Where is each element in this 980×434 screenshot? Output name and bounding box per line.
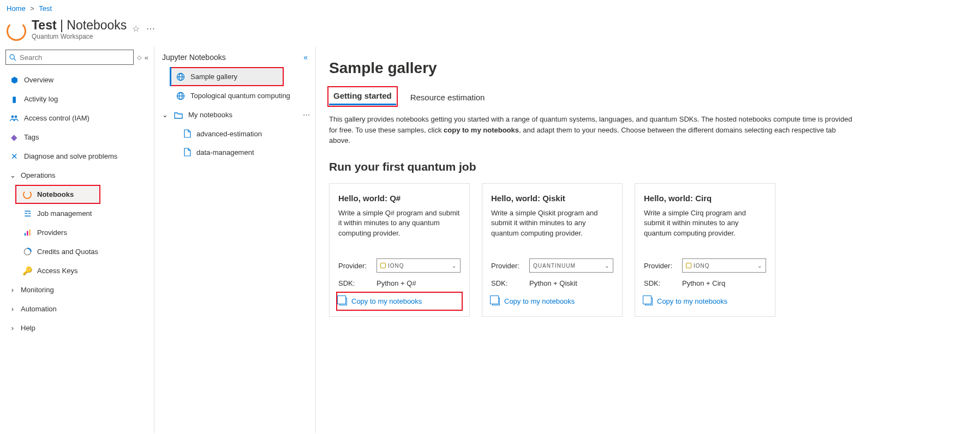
nav-monitoring-group[interactable]: › Monitoring (0, 280, 154, 299)
tree-sample-gallery[interactable]: Sample gallery (170, 67, 284, 86)
card-title: Hello, world: Q# (338, 194, 461, 203)
nav-diagnose[interactable]: ✕ Diagnose and solve problems (0, 147, 154, 166)
overview-icon: ⬢ (10, 76, 19, 85)
provider-label: Provider: (491, 262, 529, 270)
copy-icon (339, 298, 347, 305)
nav-operations-group[interactable]: ⌄ Operations (0, 166, 154, 185)
tab-resource-estimation[interactable]: Resource estimation (409, 89, 486, 105)
collapse-nav-icon[interactable]: « (145, 53, 148, 62)
section-title: Run your first quantum job (329, 160, 967, 173)
copy-to-notebooks-button[interactable]: Copy to my notebooks (644, 294, 766, 309)
search-icon (9, 54, 16, 61)
page-title: Test | Notebooks (32, 18, 127, 33)
nav-overview[interactable]: ⬢ Overview (0, 70, 154, 89)
nav-notebooks[interactable]: Notebooks (15, 185, 100, 204)
nav-access-control[interactable]: Access control (IAM) (0, 108, 154, 128)
tab-getting-started[interactable]: Getting started (329, 88, 396, 105)
breadcrumb-separator: > (30, 4, 34, 13)
tree-my-notebooks[interactable]: ⌄ My notebooks ⋯ (154, 105, 315, 124)
search-input-container[interactable] (5, 50, 134, 65)
nav-access-keys[interactable]: 🔑 Access Keys (0, 261, 154, 280)
sdk-value: Python + Q# (377, 279, 416, 287)
diagnose-icon: ✕ (10, 152, 19, 161)
more-icon[interactable]: ⋯ (146, 23, 155, 34)
tree-file-advanced-estimation[interactable]: advanced-estimation (154, 124, 315, 143)
copy-icon (492, 298, 500, 305)
chevron-down-icon: ⌄ (757, 263, 762, 269)
sdk-value: Python + Cirq (682, 279, 725, 287)
chevron-down-icon: ⌄ (162, 111, 169, 119)
collapse-tree-icon[interactable]: « (303, 53, 308, 62)
nav-activity-log[interactable]: ▮ Activity log (0, 89, 154, 108)
providers-icon (23, 228, 32, 237)
favorite-icon[interactable]: ☆ (132, 23, 140, 34)
chevron-right-icon: › (10, 305, 15, 313)
svg-rect-4 (24, 233, 25, 236)
activity-log-icon: ▮ (10, 95, 19, 104)
svg-point-2 (11, 115, 14, 118)
card-hello-cirq: Hello, world: Cirq Write a simple Cirq p… (635, 183, 775, 317)
nav-automation-group[interactable]: › Automation (0, 299, 154, 318)
credits-icon (23, 248, 32, 256)
copy-icon (645, 298, 653, 305)
svg-point-3 (15, 115, 17, 118)
search-input[interactable] (20, 53, 130, 62)
chevron-down-icon: ⌄ (605, 263, 609, 269)
key-icon: 🔑 (23, 267, 32, 275)
sdk-value: Python + Qiskit (529, 279, 577, 287)
svg-rect-5 (27, 231, 28, 236)
provider-logo-icon (686, 263, 691, 268)
nav-providers[interactable]: Providers (0, 223, 154, 242)
globe-icon (176, 73, 185, 81)
chevron-right-icon: › (10, 324, 15, 332)
sdk-label: SDK: (644, 279, 682, 287)
page-header: Test | Notebooks Quantum Workspace ☆ ⋯ (0, 17, 980, 46)
left-nav: ◇ « ⬢ Overview ▮ Activity log Access con… (0, 46, 154, 433)
card-description: Write a simple Cirq program and submit i… (644, 208, 766, 239)
provider-label: Provider: (644, 262, 682, 270)
provider-logo-icon (380, 263, 386, 268)
chevron-right-icon: › (10, 286, 15, 294)
tree-title: Jupyter Notebooks (162, 53, 226, 62)
content-title: Sample gallery (329, 59, 967, 77)
nav-credits-quotas[interactable]: Credits and Quotas (0, 242, 154, 261)
sdk-label: SDK: (491, 279, 529, 287)
card-title: Hello, world: Qiskit (491, 194, 613, 203)
card-description: Write a simple Qiskit program and submit… (491, 208, 613, 239)
provider-select[interactable]: IONQ ⌄ (377, 258, 461, 273)
chevron-down-icon: ⌄ (10, 171, 15, 179)
file-icon (184, 129, 191, 138)
breadcrumb: Home > Test (0, 0, 980, 17)
provider-select[interactable]: QUANTINUUM ⌄ (529, 258, 613, 273)
card-title: Hello, world: Cirq (644, 194, 766, 203)
provider-label: Provider: (338, 262, 377, 270)
sdk-label: SDK: (338, 279, 377, 287)
svg-rect-6 (29, 230, 30, 236)
tabs: Getting started Resource estimation (329, 88, 967, 105)
chevron-down-icon: ⌄ (452, 263, 457, 269)
svg-point-0 (10, 55, 14, 59)
provider-select[interactable]: IONQ ⌄ (682, 258, 766, 273)
nav-help-group[interactable]: › Help (0, 318, 154, 337)
workspace-subtitle: Quantum Workspace (32, 33, 127, 40)
job-management-icon: ☲ (23, 209, 32, 218)
copy-to-notebooks-button[interactable]: Copy to my notebooks (491, 294, 613, 309)
breadcrumb-current[interactable]: Test (39, 4, 52, 13)
nav-tags[interactable]: ◆ Tags (0, 128, 154, 147)
tree-file-data-management[interactable]: data-management (154, 143, 315, 161)
globe-icon (176, 92, 185, 100)
more-icon[interactable]: ⋯ (303, 111, 310, 119)
gallery-description: This gallery provides notebooks getting … (329, 114, 853, 146)
iam-icon (10, 114, 19, 123)
copy-to-notebooks-button[interactable]: Copy to my notebooks (338, 294, 461, 309)
card-hello-qsharp: Hello, world: Q# Write a simple Q# progr… (329, 183, 470, 317)
nav-job-management[interactable]: ☲ Job management (0, 204, 154, 223)
breadcrumb-home[interactable]: Home (7, 4, 26, 13)
notebook-tree-panel: Jupyter Notebooks « Sample gallery Topol… (154, 46, 316, 433)
main-content: Sample gallery Getting started Resource … (316, 46, 980, 433)
notebooks-icon (23, 190, 32, 199)
folder-icon (174, 111, 183, 119)
svg-line-1 (14, 58, 16, 61)
tree-topological[interactable]: Topological quantum computing (154, 86, 315, 105)
expand-collapse-icon[interactable]: ◇ (137, 54, 141, 61)
